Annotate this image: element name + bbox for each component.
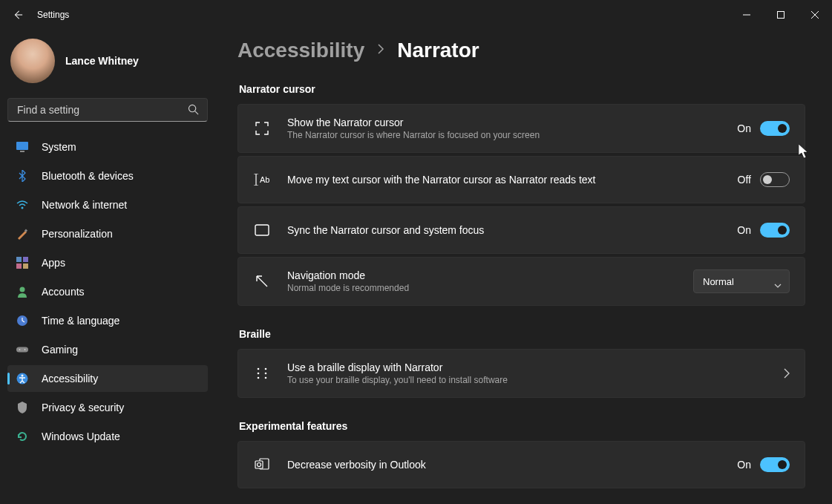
chevron-right-icon — [376, 43, 385, 58]
sidebar-item-personalization[interactable]: Personalization — [7, 220, 208, 247]
sidebar-item-label: Time & language — [42, 315, 119, 327]
sidebar-item-network[interactable]: Network & internet — [7, 192, 208, 218]
svg-point-18 — [24, 349, 26, 350]
sidebar-item-label: Bluetooth & devices — [42, 170, 134, 182]
sidebar-item-label: Windows Update — [42, 431, 120, 442]
svg-rect-7 — [20, 151, 24, 152]
braille-icon — [253, 364, 271, 382]
svg-point-29 — [265, 377, 267, 379]
close-button[interactable] — [798, 3, 832, 27]
setting-title: Use a braille display with Narrator — [287, 361, 767, 373]
sidebar-item-system[interactable]: System — [7, 134, 208, 160]
bluetooth-icon — [16, 170, 28, 182]
svg-point-26 — [258, 377, 260, 379]
svg-point-8 — [22, 207, 24, 209]
svg-point-14 — [20, 287, 25, 292]
sidebar-item-label: Apps — [42, 257, 65, 269]
toggle-state-label: On — [737, 224, 751, 236]
maximize-button[interactable] — [764, 3, 798, 27]
section-heading-experimental: Experimental features — [239, 420, 805, 432]
section-heading-braille: Braille — [239, 328, 805, 340]
setting-title: Navigation mode — [287, 269, 677, 281]
svg-line-5 — [195, 111, 198, 114]
setting-sync-cursor-focus[interactable]: Sync the Narrator cursor and system focu… — [238, 206, 805, 254]
accounts-icon — [16, 286, 28, 298]
svg-rect-13 — [23, 264, 28, 269]
toggle-move-text-cursor[interactable] — [760, 172, 790, 187]
setting-move-text-cursor[interactable]: Ab Move my text cursor with the Narrator… — [238, 156, 805, 203]
svg-rect-16 — [16, 347, 28, 352]
user-profile[interactable]: Lance Whitney — [7, 36, 208, 95]
sidebar-item-gaming[interactable]: Gaming — [7, 336, 208, 363]
setting-subtitle: To use your braille display, you'll need… — [287, 375, 767, 385]
sidebar-item-update[interactable]: Windows Update — [7, 423, 208, 450]
sidebar: Lance Whitney System Bluetooth & devices… — [0, 30, 215, 504]
network-icon — [16, 199, 28, 211]
navigation-mode-select[interactable]: Normal — [693, 269, 790, 293]
outlook-icon — [253, 456, 271, 474]
text-cursor-icon: Ab — [253, 171, 271, 189]
sidebar-item-accounts[interactable]: Accounts — [7, 278, 208, 305]
toggle-show-narrator-cursor[interactable] — [760, 121, 790, 136]
sidebar-item-label: Privacy & security — [42, 402, 124, 413]
setting-decrease-verbosity-outlook[interactable]: Decrease verbosity in Outlook On — [238, 441, 805, 488]
chevron-right-icon — [784, 368, 790, 379]
setting-show-narrator-cursor[interactable]: Show the Narrator cursor The Narrator cu… — [238, 104, 805, 153]
user-name: Lance Whitney — [65, 55, 139, 67]
search-input[interactable] — [7, 98, 208, 122]
svg-point-17 — [19, 349, 21, 350]
gaming-icon — [16, 344, 28, 356]
privacy-icon — [16, 402, 28, 413]
sidebar-item-privacy[interactable]: Privacy & security — [7, 394, 208, 421]
svg-point-27 — [265, 368, 267, 370]
breadcrumb: Accessibility Narrator — [238, 39, 805, 62]
svg-rect-1 — [778, 12, 784, 19]
svg-point-24 — [258, 368, 260, 370]
breadcrumb-parent[interactable]: Accessibility — [238, 39, 364, 62]
cursor-focus-icon — [253, 120, 271, 137]
app-title: Settings — [37, 10, 69, 20]
setting-title: Show the Narrator cursor — [287, 117, 721, 128]
sidebar-item-accessibility[interactable]: Accessibility — [7, 365, 208, 392]
svg-point-20 — [22, 375, 24, 377]
sidebar-item-label: Gaming — [42, 344, 78, 356]
system-icon — [16, 141, 28, 153]
page-title: Narrator — [397, 39, 479, 62]
sidebar-item-label: Network & internet — [42, 199, 127, 211]
avatar — [10, 39, 55, 83]
toggle-state-label: Off — [738, 174, 751, 186]
svg-point-28 — [265, 373, 267, 375]
sidebar-item-time[interactable]: Time & language — [7, 307, 208, 334]
setting-navigation-mode[interactable]: Navigation mode Normal mode is recommend… — [238, 257, 805, 306]
svg-rect-11 — [23, 257, 28, 262]
setting-subtitle: The Narrator cursor is where Narrator is… — [287, 130, 721, 140]
setting-subtitle: Normal mode is recommended — [287, 283, 677, 293]
toggle-sync-cursor[interactable] — [760, 223, 790, 238]
focus-box-icon — [253, 221, 271, 239]
svg-rect-31 — [255, 461, 263, 468]
back-button[interactable] — [12, 9, 24, 21]
svg-text:Ab: Ab — [260, 175, 269, 184]
search-icon — [188, 104, 199, 118]
toggle-decrease-verbosity[interactable] — [760, 457, 790, 472]
setting-title: Sync the Narrator cursor and system focu… — [287, 224, 721, 236]
apps-icon — [16, 257, 28, 269]
chevron-down-icon — [774, 279, 782, 290]
accessibility-icon — [16, 373, 28, 384]
personalization-icon — [16, 228, 28, 240]
navigation-arrow-icon — [253, 272, 271, 290]
sidebar-item-apps[interactable]: Apps — [7, 249, 208, 276]
setting-braille-display[interactable]: Use a braille display with Narrator To u… — [238, 349, 805, 398]
minimize-button[interactable] — [730, 3, 764, 27]
svg-rect-10 — [16, 257, 22, 262]
sidebar-item-bluetooth[interactable]: Bluetooth & devices — [7, 163, 208, 189]
toggle-state-label: On — [737, 459, 751, 471]
toggle-state-label: On — [737, 122, 751, 134]
update-icon — [16, 431, 28, 442]
sidebar-item-label: Accounts — [42, 286, 85, 298]
sidebar-nav: System Bluetooth & devices Network & int… — [7, 134, 208, 450]
svg-rect-6 — [16, 142, 28, 150]
section-heading-narrator-cursor: Narrator cursor — [239, 83, 805, 95]
svg-rect-23 — [255, 225, 269, 235]
svg-point-25 — [258, 373, 260, 375]
